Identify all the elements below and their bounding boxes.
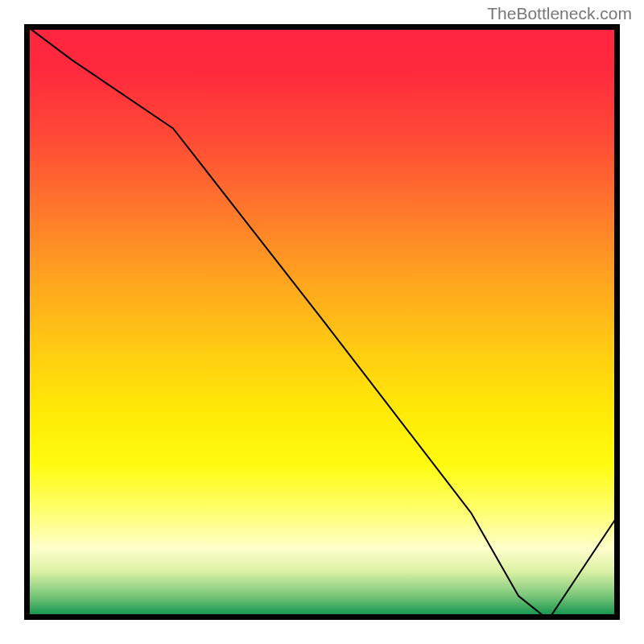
chart-background: [24, 24, 620, 620]
watermark-text: TheBottleneck.com: [487, 4, 632, 23]
chart-container: TheBottleneck.com: [0, 0, 644, 644]
